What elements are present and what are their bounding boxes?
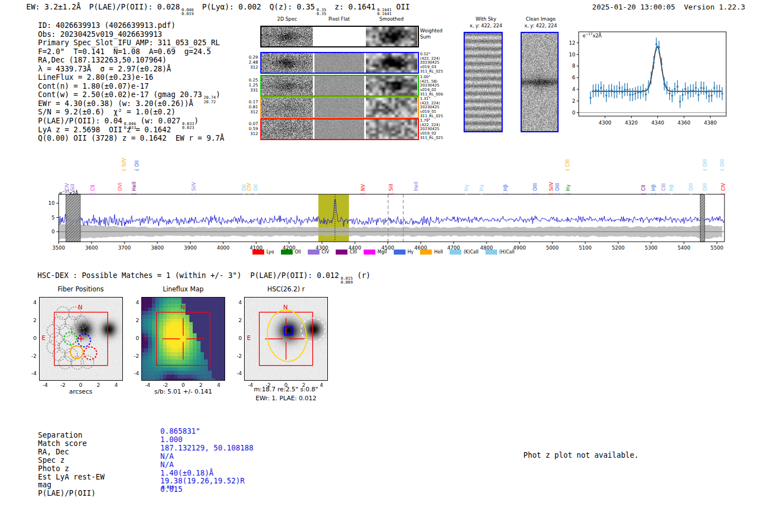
text-segment: )	[216, 90, 220, 99]
gaussian-fit-plot: 02468101243004320434043604380	[569, 29, 732, 132]
x-tick-label: 0	[279, 382, 293, 388]
fiber-positions-title: Fiber Positions	[34, 285, 128, 293]
info-line: Q(0.00) OII (3728) z = 0.1642 EW r = 9.7…	[38, 134, 224, 143]
cutout-row-left-labels: 0.251.25331	[226, 78, 258, 93]
spectral-line-label-ciii: { CIII	[661, 183, 666, 195]
legend-label: Lyα	[266, 250, 274, 255]
spectral-line-label-ciii: { CIII	[565, 159, 570, 171]
info-line: RA,Dec (187.132263,50.107964)	[38, 56, 224, 65]
text-segment: Cont(w) = 2.50(±0.02)e-17 (gmag 20.73	[38, 90, 202, 99]
match-value-text: 187.132129, 50.108188	[160, 444, 254, 452]
cutout-col-header-2dspec: 2D Spec	[262, 16, 312, 22]
legend-label: (K)CaII	[464, 250, 479, 255]
match-row-label: P(LAE)/P(OII)	[38, 489, 96, 497]
info-line: Primary Spec_Slot_IFU_AMP: 311_053_025_R…	[38, 39, 224, 47]
uncertainty-stack: 0.16410.1641	[377, 8, 392, 16]
legend-item-hcaii: (H)CaII	[485, 250, 514, 255]
cutout-row-exposure-3	[260, 97, 419, 118]
legend-label: CIII	[350, 250, 357, 255]
svg-text:0: 0	[572, 110, 575, 116]
spectral-line-label-heii: { HeII	[132, 181, 137, 195]
x-tick-label: 2	[194, 382, 208, 388]
y-tick-label: -2	[127, 353, 139, 359]
fiber-positions-xlabel: arcsecs	[25, 388, 137, 395]
text-segment: LineFlux = 2.80(±0.23)e-16	[38, 73, 153, 82]
cutout-smoothed-image	[366, 27, 417, 46]
legend-label: Hγ	[408, 250, 414, 255]
spectral-line-label-ovi: { OVI	[118, 183, 123, 195]
spectral-line-label-oiii: { OIII	[720, 159, 725, 171]
svg-text:3900: 3900	[184, 245, 197, 251]
spectral-line-label-civ: { CIV	[721, 183, 726, 195]
x-tick-label: 0	[74, 382, 88, 388]
cutout-2dspec-image	[261, 27, 313, 46]
svg-text:4000: 4000	[217, 245, 230, 251]
svg-text:5400: 5400	[678, 245, 690, 251]
legend-item-ciii: CIII	[336, 250, 357, 255]
cutout-smoothed-image	[366, 119, 417, 139]
cutout-left-label-line: 0.81	[226, 104, 258, 109]
match-row-label: Separation	[38, 431, 82, 439]
cutout-left-label-line: 2.48	[226, 60, 258, 65]
x-tick-label: -4	[39, 382, 52, 388]
svg-text:3500: 3500	[53, 245, 65, 251]
cutout-left-label-line: 312	[226, 109, 258, 114]
uncertainty-lo: 0.1641	[377, 12, 392, 16]
x-tick-label: -2	[261, 382, 275, 388]
svg-text:4900: 4900	[513, 245, 526, 251]
elixer-detection-report: EW: 3.2±1.2ÅP(LAE)/P(OII): 0.0280.0460.0…	[0, 0, 782, 532]
text-segment: (r)	[353, 271, 371, 280]
spectral-line-label-nv: { NV	[361, 184, 366, 195]
spectral-line-label-cii: { CII	[641, 184, 646, 195]
svg-text:8: 8	[572, 63, 575, 69]
svg-text:4: 4	[572, 87, 575, 92]
info-line: LineFlux = 2.80(±0.23)e-16	[38, 73, 224, 82]
cutout-right-label-line: 311_RL_025	[420, 136, 456, 141]
legend-label: MgII	[378, 250, 387, 255]
svg-text:5300: 5300	[645, 245, 657, 251]
cutout-col-header-pixelflat: Pixel Flat	[314, 16, 364, 22]
x-tick-label: -4	[244, 382, 257, 388]
svg-text:3800: 3800	[151, 245, 164, 251]
cutout-left-label-line: 0.29	[226, 55, 258, 60]
uncertainty-stack: 20.7420.72	[204, 95, 216, 104]
cleanimage-image	[521, 32, 559, 132]
svg-text:4380: 4380	[704, 120, 717, 126]
legend-item-hγ: Hγ	[394, 250, 414, 255]
spectral-line-label-hγ: { Hγ	[566, 184, 571, 195]
svg-text:5: 5	[51, 215, 55, 221]
cutout-left-label-line: 1.25	[226, 83, 258, 88]
uncertainty-stack: 0.0150.009	[341, 276, 353, 285]
info-line: Cont(w) = 2.50(±0.02)e-17 (gmag 20.7320.…	[38, 90, 224, 99]
legend-item-kcaii: (K)CaII	[450, 250, 479, 255]
text-segment: HSC-DEX : Possible Matches = 1 (within +…	[37, 271, 339, 280]
spectral-line-label-civ: { CIV	[247, 183, 252, 195]
spectral-line-label-siiv: { SiIV	[122, 158, 127, 171]
flux-label-rest: x2Å	[593, 33, 602, 39]
spectral-line-label-oii: { OII	[254, 184, 259, 195]
cutout-left-label-line: 0.25	[226, 78, 258, 83]
legend-swatch	[281, 250, 293, 255]
svg-text:3600: 3600	[85, 245, 98, 251]
text-segment: Q(0.00) OII (3728) z = 0.1642 EW r = 9.7…	[38, 134, 224, 142]
info-line: S/N = 9.2(±0.6) χ² = 1.0(±0.2)	[38, 108, 224, 117]
svg-text:4320: 4320	[625, 120, 638, 126]
cutout-row-weighted-sum	[260, 26, 419, 47]
cleanimage-coords: x, y: 422, 224	[513, 22, 569, 29]
spectral-line-label-oiii: { OIII	[703, 159, 708, 171]
spectral-line-label-siii: { SiII	[389, 184, 394, 195]
cutout-smoothed-image	[366, 98, 417, 117]
spectral-line-label-siiv: { SiIV	[192, 181, 197, 195]
svg-text:10: 10	[569, 52, 576, 57]
match-row-label: Est LyA rest-EW	[38, 473, 104, 481]
legend-swatch	[252, 250, 264, 255]
spectral-line-label-heii: { HeII	[414, 181, 419, 195]
withsky-title: With Sky x, y: 422, 224	[458, 16, 514, 29]
legend-item-heii: HeII	[420, 250, 443, 255]
uncertainty-lo: 0.009	[341, 280, 353, 284]
y-tick-label: 0	[230, 335, 242, 341]
svg-text:2: 2	[572, 98, 575, 104]
withsky-image	[464, 32, 503, 132]
match-row-label: Match score	[38, 439, 87, 448]
x-tick-label: 2	[297, 382, 311, 388]
